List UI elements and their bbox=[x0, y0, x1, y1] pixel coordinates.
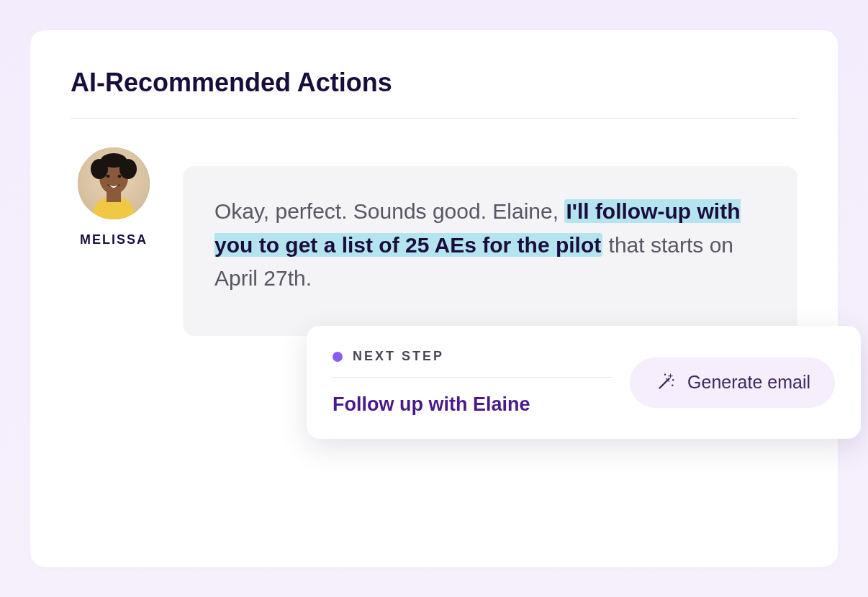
message-text-pre: Okay, perfect. Sounds good. Elaine, bbox=[214, 199, 564, 223]
action-title: Follow up with Elaine bbox=[333, 393, 612, 416]
speaker-name: MELISSA bbox=[80, 232, 148, 247]
header-divider bbox=[71, 118, 797, 119]
speech-bubble: Okay, perfect. Sounds good. Elaine, I'll… bbox=[183, 166, 797, 336]
avatar-icon bbox=[78, 147, 150, 219]
svg-point-5 bbox=[107, 175, 110, 178]
generate-email-label: Generate email bbox=[687, 372, 810, 393]
svg-point-12 bbox=[664, 373, 666, 375]
svg-point-6 bbox=[118, 175, 122, 178]
avatar bbox=[78, 147, 150, 219]
action-info: NEXT STEP Follow up with Elaine bbox=[333, 349, 612, 416]
svg-rect-7 bbox=[107, 192, 121, 202]
page-title: AI-Recommended Actions bbox=[71, 68, 797, 98]
svg-point-11 bbox=[672, 379, 674, 380]
speaker-block: MELISSA bbox=[71, 147, 157, 247]
generate-email-button[interactable]: Generate email bbox=[630, 357, 835, 408]
recommendations-card: AI-Recommended Actions bbox=[30, 30, 838, 567]
action-label: NEXT STEP bbox=[353, 349, 444, 364]
message-row: MELISSA Okay, perfect. Sounds good. Elai… bbox=[71, 147, 797, 336]
magic-wand-icon bbox=[654, 372, 676, 393]
action-header: NEXT STEP bbox=[333, 349, 612, 364]
action-divider bbox=[333, 377, 612, 378]
action-popover: NEXT STEP Follow up with Elaine bbox=[307, 326, 861, 439]
svg-point-4 bbox=[101, 153, 127, 168]
status-dot-icon bbox=[333, 352, 343, 362]
svg-point-13 bbox=[672, 384, 673, 386]
